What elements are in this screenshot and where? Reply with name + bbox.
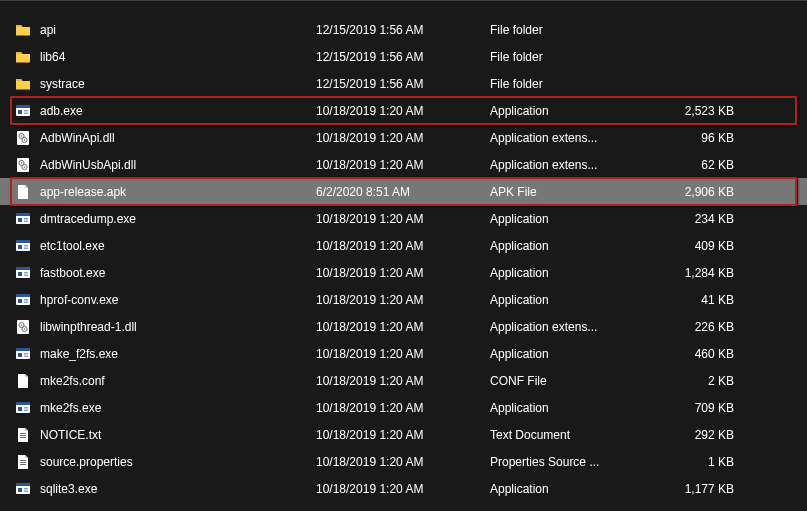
dll-icon <box>14 318 32 336</box>
txt-icon <box>14 453 32 471</box>
svg-rect-59 <box>24 488 28 490</box>
file-name: mke2fs.conf <box>40 374 105 388</box>
file-row[interactable]: libwinpthread-1.dll10/18/2019 1:20 AMApp… <box>0 313 807 340</box>
svg-rect-52 <box>20 437 26 438</box>
svg-rect-1 <box>16 105 30 108</box>
col-size: 41 KB <box>660 293 740 307</box>
dll-icon <box>14 129 32 147</box>
col-name: AdbWinUsbApi.dll <box>14 156 316 174</box>
file-row[interactable]: hprof-conv.exe10/18/2019 1:20 AMApplicat… <box>0 286 807 313</box>
col-date: 10/18/2019 1:20 AM <box>316 158 490 172</box>
file-name: NOTICE.txt <box>40 428 101 442</box>
svg-point-13 <box>21 162 23 164</box>
svg-rect-17 <box>18 218 22 222</box>
col-name: NOTICE.txt <box>14 426 316 444</box>
file-row[interactable]: app-release.apk6/2/2020 8:51 AMAPK File2… <box>0 178 807 205</box>
file-name: dmtracedump.exe <box>40 212 136 226</box>
col-date: 12/15/2019 1:56 AM <box>316 23 490 37</box>
file-name: app-release.apk <box>40 185 126 199</box>
file-row[interactable]: AdbWinApi.dll10/18/2019 1:20 AMApplicati… <box>0 124 807 151</box>
svg-rect-54 <box>20 462 26 463</box>
svg-rect-53 <box>20 460 26 461</box>
svg-rect-33 <box>24 299 28 301</box>
file-row[interactable]: api12/15/2019 1:56 AMFile folder <box>0 16 807 43</box>
file-row[interactable]: mke2fs.exe10/18/2019 1:20 AMApplication7… <box>0 394 807 421</box>
txt-icon <box>14 426 32 444</box>
svg-rect-60 <box>24 490 28 492</box>
col-name: make_f2fs.exe <box>14 345 316 363</box>
folder-icon <box>14 75 32 93</box>
file-name: etc1tool.exe <box>40 239 105 253</box>
svg-rect-18 <box>24 218 28 220</box>
svg-rect-19 <box>24 220 28 222</box>
exe-icon <box>14 399 32 417</box>
col-date: 10/18/2019 1:20 AM <box>316 374 490 388</box>
file-row[interactable]: make_f2fs.exe10/18/2019 1:20 AMApplicati… <box>0 340 807 367</box>
col-name: api <box>14 21 316 39</box>
col-size: 460 KB <box>660 347 740 361</box>
svg-rect-41 <box>16 348 30 351</box>
col-type: Application extens... <box>490 320 660 334</box>
svg-rect-47 <box>18 407 22 411</box>
svg-rect-24 <box>24 247 28 249</box>
col-size: 226 KB <box>660 320 740 334</box>
col-type: CONF File <box>490 374 660 388</box>
svg-rect-29 <box>24 274 28 276</box>
svg-rect-2 <box>18 110 22 114</box>
col-name: libwinpthread-1.dll <box>14 318 316 336</box>
file-row[interactable]: dmtracedump.exe10/18/2019 1:20 AMApplica… <box>0 205 807 232</box>
file-row[interactable]: NOTICE.txt10/18/2019 1:20 AMText Documen… <box>0 421 807 448</box>
col-date: 10/18/2019 1:20 AM <box>316 482 490 496</box>
col-size: 1,284 KB <box>660 266 740 280</box>
file-row[interactable]: sqlite3.exe10/18/2019 1:20 AMApplication… <box>0 475 807 502</box>
file-row[interactable]: adb.exe10/18/2019 1:20 AMApplication2,52… <box>0 97 807 124</box>
col-size: 62 KB <box>660 158 740 172</box>
file-row[interactable]: mke2fs.conf10/18/2019 1:20 AMCONF File2 … <box>0 367 807 394</box>
file-name: adb.exe <box>40 104 83 118</box>
col-name: app-release.apk <box>14 183 316 201</box>
col-date: 10/18/2019 1:20 AM <box>316 347 490 361</box>
col-date: 10/18/2019 1:20 AM <box>316 266 490 280</box>
svg-rect-26 <box>16 267 30 270</box>
folder-icon <box>14 21 32 39</box>
file-name: lib64 <box>40 50 65 64</box>
col-type: File folder <box>490 50 660 64</box>
file-row[interactable]: lib6412/15/2019 1:56 AMFile folder <box>0 43 807 70</box>
file-name: sqlite3.exe <box>40 482 97 496</box>
col-date: 10/18/2019 1:20 AM <box>316 401 490 415</box>
file-name: systrace <box>40 77 85 91</box>
svg-rect-27 <box>18 272 22 276</box>
col-size: 234 KB <box>660 212 740 226</box>
file-icon <box>14 372 32 390</box>
svg-rect-57 <box>16 483 30 486</box>
svg-rect-58 <box>18 488 22 492</box>
svg-rect-16 <box>16 213 30 216</box>
col-size: 292 KB <box>660 428 740 442</box>
col-size: 2,523 KB <box>660 104 740 118</box>
col-type: Application <box>490 347 660 361</box>
col-type: Application <box>490 212 660 226</box>
file-row[interactable]: source.properties10/18/2019 1:20 AMPrope… <box>0 448 807 475</box>
col-name: etc1tool.exe <box>14 237 316 255</box>
svg-rect-4 <box>24 112 28 114</box>
file-name: libwinpthread-1.dll <box>40 320 137 334</box>
file-row[interactable]: AdbWinUsbApi.dll10/18/2019 1:20 AMApplic… <box>0 151 807 178</box>
file-name: AdbWinApi.dll <box>40 131 115 145</box>
file-row[interactable]: etc1tool.exe10/18/2019 1:20 AMApplicatio… <box>0 232 807 259</box>
col-date: 12/15/2019 1:56 AM <box>316 50 490 64</box>
col-name: dmtracedump.exe <box>14 210 316 228</box>
svg-rect-51 <box>20 435 26 436</box>
file-row[interactable]: fastboot.exe10/18/2019 1:20 AMApplicatio… <box>0 259 807 286</box>
col-type: Properties Source ... <box>490 455 660 469</box>
file-row[interactable]: systrace12/15/2019 1:56 AMFile folder <box>0 70 807 97</box>
col-type: Application <box>490 401 660 415</box>
file-list[interactable]: api12/15/2019 1:56 AMFile folderlib6412/… <box>0 2 807 502</box>
svg-rect-48 <box>24 407 28 409</box>
col-date: 10/18/2019 1:20 AM <box>316 131 490 145</box>
exe-icon <box>14 210 32 228</box>
col-type: Application <box>490 104 660 118</box>
exe-icon <box>14 102 32 120</box>
svg-rect-49 <box>24 409 28 411</box>
folder-icon <box>14 48 32 66</box>
col-name: lib64 <box>14 48 316 66</box>
